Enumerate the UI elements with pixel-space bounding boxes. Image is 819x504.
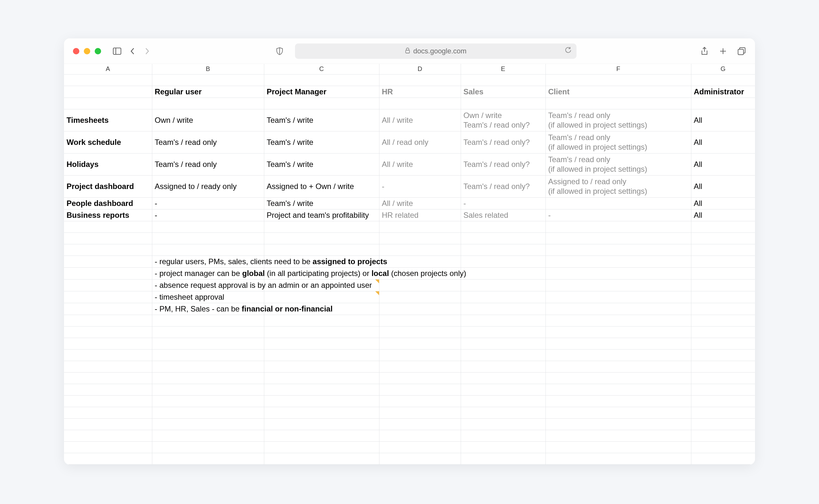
table-row[interactable] (64, 441, 755, 453)
cell[interactable] (264, 395, 379, 407)
table-row[interactable]: - timesheet approval (64, 291, 755, 303)
cell[interactable] (546, 98, 691, 109)
cell[interactable] (152, 221, 264, 232)
cell[interactable] (64, 453, 152, 464)
url-bar[interactable]: docs.google.com (295, 43, 577, 59)
row-label-cell[interactable]: Project dashboard (64, 175, 152, 197)
table-row[interactable] (64, 361, 755, 372)
column-header[interactable]: A (64, 64, 152, 74)
cell[interactable] (546, 453, 691, 464)
table-row[interactable] (64, 418, 755, 430)
cell[interactable]: Team's / read only? (461, 175, 546, 197)
cell[interactable] (152, 430, 264, 441)
cell[interactable] (64, 430, 152, 441)
table-row[interactable]: Work scheduleTeam's / read onlyTeam's / … (64, 131, 755, 153)
cell[interactable] (379, 326, 461, 338)
table-row[interactable] (64, 372, 755, 384)
cell[interactable] (691, 326, 755, 338)
cell[interactable]: - (546, 209, 691, 221)
cell[interactable] (264, 326, 379, 338)
cell[interactable] (691, 430, 755, 441)
cell[interactable] (461, 407, 546, 418)
cell[interactable] (152, 326, 264, 338)
cell[interactable] (379, 418, 461, 430)
table-row[interactable] (64, 384, 755, 395)
cell[interactable] (152, 315, 264, 326)
cell[interactable] (152, 453, 264, 464)
table-row[interactable] (64, 338, 755, 349)
table-row[interactable]: HolidaysTeam's / read onlyTeam's / write… (64, 153, 755, 175)
cell[interactable] (691, 291, 755, 303)
table-row[interactable]: - PM, HR, Sales - can be financial or no… (64, 303, 755, 315)
table-row[interactable] (64, 349, 755, 361)
cell[interactable] (546, 407, 691, 418)
row-label-cell[interactable]: Business reports (64, 209, 152, 221)
cell[interactable] (64, 326, 152, 338)
cell[interactable] (691, 315, 755, 326)
sidebar-toggle-icon[interactable] (113, 47, 122, 56)
cell[interactable] (379, 361, 461, 372)
cell[interactable] (64, 349, 152, 361)
cell[interactable] (546, 430, 691, 441)
cell[interactable]: All (691, 131, 755, 153)
cell[interactable] (379, 221, 461, 232)
cell[interactable]: All (691, 109, 755, 131)
cell[interactable] (691, 395, 755, 407)
cell[interactable] (64, 86, 152, 98)
back-button[interactable] (128, 47, 137, 56)
row-label-cell[interactable]: Holidays (64, 153, 152, 175)
cell[interactable]: Assigned to / read only(if allowed in pr… (546, 175, 691, 197)
cell[interactable] (152, 407, 264, 418)
cell[interactable] (379, 303, 461, 315)
cell[interactable] (546, 279, 691, 291)
row-label-cell[interactable]: Work schedule (64, 131, 152, 153)
cell[interactable] (64, 407, 152, 418)
cell[interactable] (379, 430, 461, 441)
cell[interactable] (379, 384, 461, 395)
cell[interactable]: All / read only (379, 131, 461, 153)
cell[interactable] (691, 303, 755, 315)
cell[interactable] (691, 74, 755, 86)
cell[interactable] (379, 407, 461, 418)
cell[interactable] (461, 279, 546, 291)
minimize-window-button[interactable] (84, 48, 90, 54)
cell[interactable] (64, 361, 152, 372)
cell[interactable]: Team's / write (264, 131, 379, 153)
cell[interactable]: All (691, 209, 755, 221)
role-header-cell[interactable]: Administrator (691, 86, 755, 98)
cell[interactable] (264, 453, 379, 464)
cell[interactable]: Team's / read only(if allowed in project… (546, 153, 691, 175)
row-label-cell[interactable]: People dashboard (64, 197, 152, 209)
column-header[interactable]: G (691, 64, 755, 74)
note-cell[interactable]: - regular users, PMs, sales, clients nee… (152, 256, 264, 267)
role-header-cell[interactable]: Sales (461, 86, 546, 98)
cell[interactable] (691, 407, 755, 418)
note-cell[interactable]: - PM, HR, Sales - can be financial or no… (152, 303, 264, 315)
cell[interactable] (264, 315, 379, 326)
table-row[interactable] (64, 315, 755, 326)
cell[interactable] (64, 372, 152, 384)
cell[interactable] (152, 98, 264, 109)
cell[interactable] (379, 244, 461, 256)
cell[interactable] (379, 395, 461, 407)
cell[interactable] (546, 221, 691, 232)
cell[interactable] (264, 430, 379, 441)
cell[interactable] (64, 267, 152, 279)
cell[interactable] (152, 232, 264, 244)
cell[interactable] (64, 221, 152, 232)
cell[interactable]: - (379, 175, 461, 197)
table-row[interactable] (64, 407, 755, 418)
cell[interactable] (152, 418, 264, 430)
table-row[interactable] (64, 74, 755, 86)
cell[interactable] (264, 74, 379, 86)
cell[interactable] (152, 361, 264, 372)
cell[interactable] (691, 244, 755, 256)
table-row[interactable] (64, 430, 755, 441)
cell[interactable] (461, 372, 546, 384)
cell[interactable] (152, 441, 264, 453)
cell[interactable]: Team's / write (264, 109, 379, 131)
cell[interactable] (461, 303, 546, 315)
cell[interactable] (546, 244, 691, 256)
cell[interactable]: Sales related (461, 209, 546, 221)
cell[interactable] (264, 338, 379, 349)
